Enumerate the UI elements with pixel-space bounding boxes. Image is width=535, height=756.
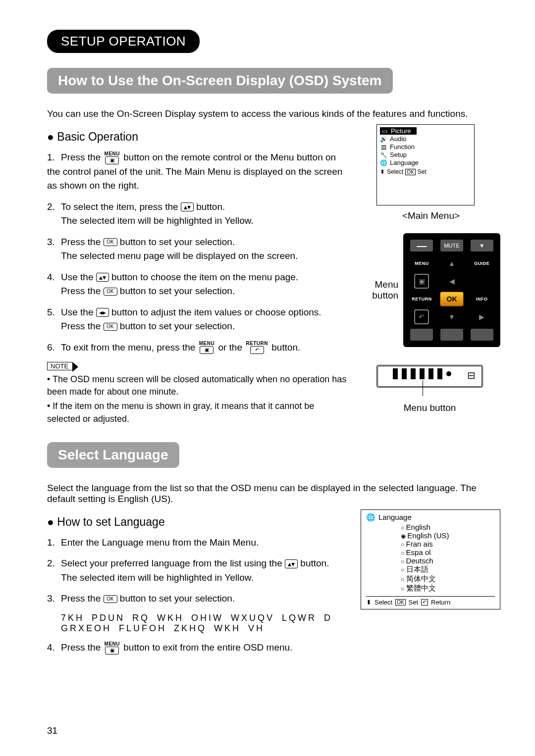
step3a: Press the (61, 237, 101, 247)
vol-down-icon: — (410, 240, 433, 252)
ok-icon: OK (104, 288, 117, 296)
lang-opt-selected: English (US) (401, 531, 495, 540)
info-label: INFO (470, 292, 494, 306)
basic-steps: 1.Press the MENU ▣ button on the remote … (47, 151, 347, 354)
lstep4b: button to exit from the entire OSD menu. (123, 642, 292, 653)
main-menu-item-audio: 🔊Audio (380, 135, 471, 143)
ok-icon: OK (104, 595, 117, 603)
menu-button-icon: MENU ▣ (199, 341, 214, 354)
notes-list: The OSD menu screen will be closed autom… (47, 373, 347, 425)
lang-opt: Deutsch (401, 556, 495, 565)
remote-extra (440, 329, 463, 341)
step3c: The selected menu page will be displayed… (61, 249, 347, 263)
lstep2c: The selected item will be highlighted in… (61, 571, 346, 585)
basic-operation-heading: Basic Operation (47, 130, 347, 144)
updown-icon: ▴▾ (285, 559, 298, 568)
menu-button-icon: MENU ▣ (105, 642, 120, 655)
step2b: button. (196, 202, 225, 212)
guide-label: GUIDE (470, 256, 494, 271)
ok-box-icon: OK (395, 599, 405, 605)
lstep3a: Press the (61, 593, 101, 604)
leftright-icon: ◂▸ (96, 308, 109, 317)
lang-opt: Espa ol (401, 548, 495, 556)
remote-extra (471, 329, 493, 341)
main-menu-item-function: ▥Function (380, 143, 471, 151)
remote-diagram: — MUTE ▼ MENU ▲ GUIDE ▣ ◀ RETURN OK INFO… (403, 233, 500, 347)
how-set-language-heading: How to set Language (47, 515, 346, 529)
note-2: If the item on the menu is shown in gray… (47, 400, 347, 425)
step1a: Press the (61, 152, 101, 162)
tv-panel-diagram: ⊟ Menu button (376, 365, 483, 413)
intro-text: You can use the On-Screen Display system… (47, 108, 500, 119)
menu-button-icon: MENU ▣ (105, 151, 120, 164)
menu-icon: ▣ (105, 156, 119, 164)
garbled-text: 7KH PDUN RQ WKH OHIW WXUQV LQWR D GRXEOH… (61, 613, 346, 634)
updown-icon: ▴▾ (96, 273, 109, 282)
menu-icon: ▣ (105, 647, 119, 655)
main-menu-item-setup: 🔧Setup (380, 151, 471, 158)
globe-icon: 🌐 (366, 513, 375, 522)
main-menu-item-language: 🌐Language (380, 159, 471, 166)
step4c: Press the (61, 286, 101, 296)
language-options: English English (US) Fran ais Espa ol De… (401, 523, 495, 593)
lang-opt: 简体中文 (401, 574, 495, 584)
main-menu-item-picture: ▭Picture (380, 127, 417, 135)
main-menu-footer: ⬍Select OKSet (380, 168, 471, 175)
lstep3b: button to set your selection. (120, 593, 235, 604)
menu-label: MENU (105, 642, 120, 647)
mute-button: MUTE (440, 240, 463, 252)
lang-panel-footer: ⬍Select OKSet ↶Return (366, 596, 495, 606)
step5c: Press the (61, 321, 101, 331)
step6c: button. (271, 342, 300, 353)
language-panel: 🌐Language English English (US) Fran ais … (361, 509, 500, 609)
step5d: button to set your selection. (120, 321, 235, 331)
menu-remote-button: ▣ (414, 274, 429, 289)
vol-up-icon: ▼ (471, 240, 493, 252)
menu-label: MENU (199, 341, 214, 346)
ok-icon: OK (104, 238, 117, 246)
page-number: 31 (47, 725, 57, 736)
remote-extra (410, 329, 433, 341)
step6b: or the (218, 342, 242, 353)
step4b: button to choose the item on the menu pa… (111, 272, 298, 282)
return-box-icon: ↶ (421, 599, 428, 605)
lang-opt: Fran ais (401, 540, 495, 548)
step5b: button to adjust the item values or choo… (111, 307, 321, 317)
lang-opt: English (401, 523, 495, 531)
note-1: The OSD menu screen will be closed autom… (47, 373, 347, 398)
return-remote-button: ↶ (414, 309, 429, 324)
ok-icon: OK (104, 323, 117, 331)
menu-button-pointer: Menu button (362, 279, 398, 301)
main-menu-caption: <Main Menu> (362, 210, 500, 221)
osd-heading: How to Use the On-Screen Display (OSD) S… (47, 68, 393, 94)
lang-panel-title: Language (378, 513, 412, 521)
step2c: The selected item will be highlighted in… (61, 214, 347, 228)
step4d: button to set your selection. (120, 286, 235, 296)
language-steps-cont: 4.Press the MENU ▣ button to exit from t… (47, 641, 346, 655)
step4a: Use the (61, 272, 93, 282)
select-language-heading: Select Language (47, 442, 179, 468)
up-arrow-icon: ▲ (439, 256, 464, 271)
return-button-icon: RETURN ↶ (246, 341, 268, 354)
section-pill: SETUP OPERATION (47, 30, 200, 53)
lang-opt: 繁體中文 (401, 584, 495, 593)
menu-label: MENU (409, 256, 434, 271)
speaker-icon: ⊟ (467, 369, 476, 381)
step3b: button to set your selection. (120, 237, 235, 247)
step5a: Use the (61, 307, 93, 317)
lstep2b: button. (300, 558, 329, 568)
step6a: To exit from the menu, press the (61, 342, 195, 353)
lstep2a: Select your preferred language from the … (61, 558, 282, 568)
ok-remote-button: OK (440, 292, 464, 306)
language-steps: 1.Enter the Language menu from the Main … (47, 536, 346, 606)
main-menu-panel: ▭Picture 🔊Audio ▥Function 🔧Setup 🌐Langua… (376, 124, 475, 205)
ok-box-icon: OK (405, 169, 415, 175)
return-label: RETURN (409, 292, 434, 306)
down-arrow-icon: ▼ (439, 309, 464, 324)
step2a: To select the item, press the (61, 202, 178, 212)
return-label: RETURN (246, 341, 268, 346)
note-label: NOTE (47, 362, 72, 370)
menu-icon: ▣ (200, 346, 214, 354)
lstep1: Enter the Language menu from the Main Me… (61, 537, 259, 548)
menu-label: MENU (105, 151, 120, 156)
